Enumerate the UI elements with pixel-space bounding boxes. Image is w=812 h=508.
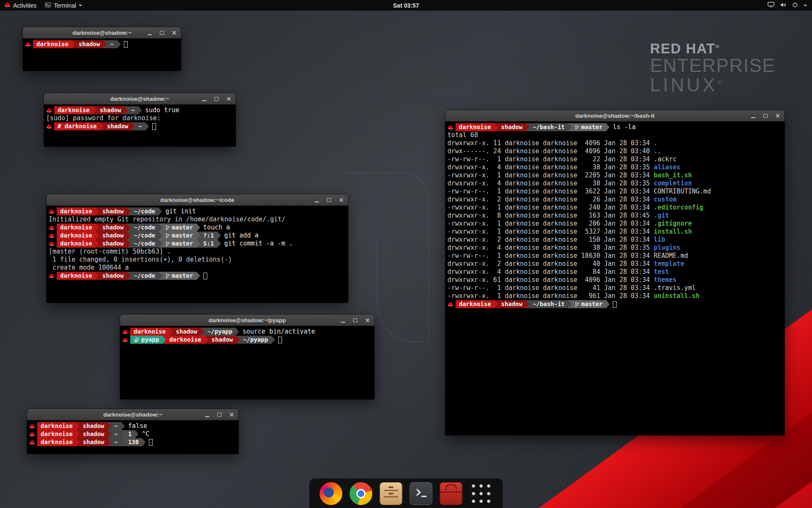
powerline-separator (159, 207, 162, 215)
ls-line: drwxrwxr-x. 2 darknoise darknoise 40 Jan… (447, 260, 784, 268)
maximize-icon (327, 198, 331, 202)
window-titlebar[interactable]: darknoise@shadow:~ (23, 27, 181, 39)
system-status-area[interactable] (768, 2, 812, 9)
close-button[interactable] (774, 112, 782, 119)
segment-label: shadow (102, 240, 124, 248)
prompt-line: darknoiseshadow~/bash-itmasterls -la (447, 123, 784, 131)
window-titlebar[interactable]: darknoise@shadow:~/code (47, 194, 348, 206)
window-controls (313, 194, 345, 205)
maximize-icon (353, 318, 357, 322)
prompt-segment-host: shadow (80, 430, 108, 438)
ls-line: drwxrwxr-x. 4 darknoise darknoise 38 Jan… (447, 244, 784, 252)
minimize-button[interactable] (203, 411, 211, 418)
prompt-segment-user: darknoise (166, 336, 205, 344)
terminal-body[interactable]: darknoiseshadow~sudo true[sudo] password… (44, 105, 236, 146)
minimize-button[interactable] (200, 95, 208, 102)
file-name: install.sh (654, 228, 692, 235)
prompt-line: darknoiseshadow~/bash-itmaster (447, 300, 784, 308)
terminal-mini-icon (45, 2, 51, 9)
maximize-button[interactable] (213, 95, 220, 102)
window-titlebar[interactable]: darknoise@shadow:~/pyapp (120, 315, 374, 326)
window-titlebar[interactable]: darknoise@shadow:~ (44, 93, 236, 105)
command-text: git add a (224, 232, 258, 240)
brand-linux: LINUX® (650, 75, 775, 95)
brand-redhat: RED HAT® (650, 41, 775, 56)
app-menu-terminal[interactable]: Terminal (45, 0, 82, 11)
powerline-separator (132, 122, 135, 130)
window-controls (339, 315, 371, 326)
window-title: darknoise@shadow:~/code (160, 197, 234, 203)
segment-label: shadow (102, 224, 124, 232)
minimize-button[interactable] (339, 316, 347, 324)
terminal-body[interactable]: darknoiseshadow~ (23, 39, 181, 71)
ls-attributes: drwxrwxr-x. 2 darknoise darknoise 40 Jan… (447, 260, 654, 268)
prompt-segment-path: ~ (111, 438, 121, 446)
ls-line: drwx------. 24 darknoise darknoise 4096 … (447, 147, 784, 155)
prompt-segment-host: shadow (96, 106, 125, 114)
activities-button[interactable]: Activities (4, 0, 36, 11)
segment-label: shadow (176, 328, 198, 336)
close-button[interactable] (225, 95, 233, 102)
branch-icon (575, 301, 579, 307)
terminal-cursor (149, 439, 153, 446)
window-titlebar[interactable]: darknoise@shadow:~/bash-it (445, 110, 785, 121)
minimize-button[interactable] (749, 112, 757, 119)
close-button[interactable] (337, 196, 345, 204)
ls-line: -rwxrwxr-x. 1 darknoise darknoise 206 Ja… (447, 220, 784, 228)
ls-attributes: -rw-rw-r--. 1 darknoise darknoise 41 Jan… (447, 284, 654, 292)
powerline-separator (76, 422, 80, 430)
segment-label: ~ (114, 430, 118, 438)
window-title: darknoise@shadow:~ (110, 96, 170, 102)
window-controls (200, 93, 233, 104)
powerline-separator (135, 430, 138, 438)
prompt-segment-path: ~ (111, 422, 121, 430)
ls-line: drwxrwxr-x. 2 darknoise darknoise 26 Jan… (447, 196, 784, 204)
registered-mark: ® (716, 44, 720, 50)
files-icon[interactable] (380, 482, 403, 505)
terminal-icon[interactable] (410, 482, 433, 505)
powerline-separator (76, 430, 80, 438)
prompt-segment-path: ~/code (130, 232, 159, 240)
chrome-icon[interactable] (350, 482, 373, 505)
segment-label: master (172, 232, 193, 240)
minimize-button[interactable] (146, 29, 154, 36)
maximize-button[interactable] (325, 196, 333, 204)
clock[interactable]: Sat 03:57 (393, 2, 419, 9)
close-button[interactable] (170, 29, 178, 36)
maximize-button[interactable] (158, 29, 166, 36)
segment-label: ~/code (134, 207, 155, 215)
close-button[interactable] (228, 411, 236, 418)
prompt-line: darknoiseshadow~130 (29, 438, 238, 446)
prompt-segment-host: shadow (75, 40, 104, 48)
maximize-button[interactable] (351, 316, 359, 324)
terminal-body[interactable]: darknoiseshadow~/pyappsource bin/activat… (120, 326, 374, 399)
output-line: total 68 (447, 131, 784, 139)
powerline-separator (72, 40, 75, 48)
prompt-segment-host: shadow (208, 336, 236, 344)
terminal-window: darknoise@shadow:~darknoiseshadow~ (23, 27, 181, 71)
prompt-segment-git: master (162, 224, 197, 232)
close-button[interactable] (364, 316, 371, 324)
close-icon (172, 30, 177, 35)
terminal-body[interactable]: darknoiseshadow~/bash-itmasterls -latota… (445, 121, 785, 435)
segment-label: shadow (501, 300, 523, 308)
terminal-window: darknoise@shadow:~/codedarknoiseshadow~/… (47, 194, 348, 303)
powerline-separator (159, 240, 162, 248)
file-name: themes (654, 276, 677, 284)
powerline-separator (100, 122, 104, 130)
terminal-body[interactable]: darknoiseshadow~/codegit initInitialized… (47, 206, 348, 303)
minimize-button[interactable] (313, 196, 321, 204)
ls-line: -rwxrwxr-x. 1 darknoise darknoise 240 Ja… (447, 204, 784, 212)
segment-label: ~ (131, 106, 134, 114)
app-grid-icon[interactable] (470, 482, 493, 505)
redhat-icon (49, 224, 55, 232)
terminal-body[interactable]: darknoiseshadow~falsedarknoiseshadow~1^C… (27, 420, 239, 454)
maximize-button[interactable] (762, 112, 769, 119)
redhat-icon (49, 272, 55, 280)
prompt-segment-git: master (571, 300, 606, 308)
maximize-button[interactable] (216, 411, 223, 418)
window-titlebar[interactable]: darknoise@shadow:~ (27, 409, 239, 420)
firefox-icon[interactable] (320, 482, 343, 505)
prompt-segment-host: shadow (99, 224, 127, 232)
toolbox-icon[interactable] (440, 482, 463, 505)
